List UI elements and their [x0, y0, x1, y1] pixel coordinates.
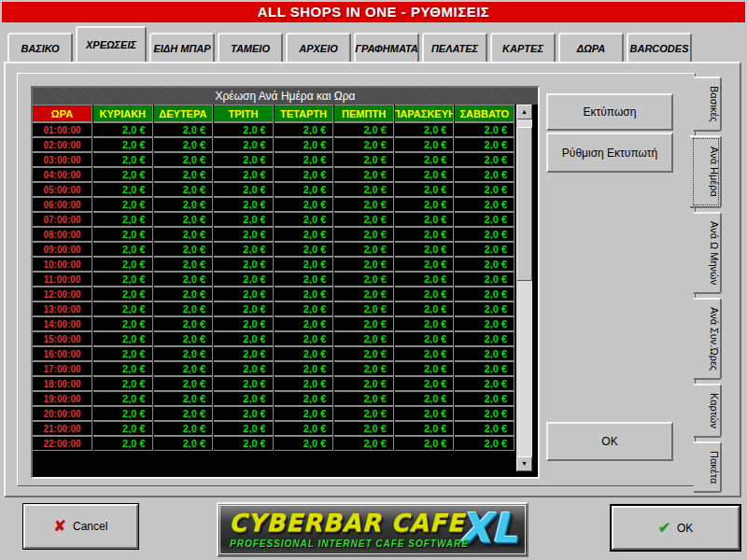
- charge-cell[interactable]: 2,0 €: [455, 182, 514, 197]
- ok-button[interactable]: ✔ OK: [612, 506, 740, 550]
- charge-cell[interactable]: 2,0 €: [334, 436, 394, 451]
- tab-barcodes[interactable]: BARCODES: [627, 33, 692, 62]
- charge-cell[interactable]: 2,0 €: [275, 361, 334, 376]
- charge-cell[interactable]: 2,0 €: [334, 376, 394, 391]
- tab-καρτες[interactable]: ΚΑΡΤΕΣ: [490, 33, 556, 62]
- charge-cell[interactable]: 2,0 €: [93, 182, 153, 197]
- charge-cell[interactable]: 2,0 €: [395, 436, 455, 451]
- charge-cell[interactable]: 2,0 €: [455, 152, 514, 167]
- print-button[interactable]: Εκτύπωση: [546, 93, 673, 131]
- charge-cell[interactable]: 2,0 €: [154, 421, 214, 436]
- charge-cell[interactable]: 2,0 €: [93, 167, 153, 182]
- charge-cell[interactable]: 2,0 €: [93, 137, 153, 152]
- charge-cell[interactable]: 2,0 €: [154, 376, 214, 391]
- charge-cell[interactable]: 2,0 €: [214, 242, 274, 257]
- charge-cell[interactable]: 2,0 €: [214, 137, 274, 152]
- side-tab-ανά ημέρα[interactable]: Ανά Ημέρα: [690, 135, 722, 208]
- charge-cell[interactable]: 2,0 €: [455, 257, 514, 272]
- charge-cell[interactable]: 2,0 €: [93, 122, 153, 137]
- tab-ταμειο[interactable]: ΤΑΜΕΙΟ: [218, 33, 283, 62]
- charge-cell[interactable]: 2,0 €: [154, 361, 214, 376]
- charge-cell[interactable]: 2,0 €: [93, 227, 153, 242]
- charge-cell[interactable]: 2,0 €: [154, 406, 214, 421]
- charge-cell[interactable]: 2,0 €: [275, 122, 334, 137]
- charge-cell[interactable]: 2,0 €: [93, 316, 153, 331]
- charge-cell[interactable]: 2,0 €: [154, 212, 214, 227]
- charge-cell[interactable]: 2,0 €: [214, 316, 274, 331]
- charge-cell[interactable]: 2,0 €: [395, 391, 455, 406]
- charge-cell[interactable]: 2,0 €: [275, 242, 334, 257]
- charge-cell[interactable]: 2,0 €: [455, 391, 514, 406]
- charge-cell[interactable]: 2,0 €: [214, 152, 274, 167]
- side-tab-ανά ω μηνών[interactable]: Ανά Ω Μηνών: [694, 212, 722, 294]
- charge-cell[interactable]: 2,0 €: [93, 436, 153, 451]
- charge-cell[interactable]: 2,0 €: [93, 257, 153, 272]
- charge-cell[interactable]: 2,0 €: [154, 301, 214, 316]
- charge-cell[interactable]: 2,0 €: [214, 361, 274, 376]
- charge-cell[interactable]: 2,0 €: [154, 287, 214, 301]
- charge-cell[interactable]: 2,0 €: [334, 212, 394, 227]
- charge-cell[interactable]: 2,0 €: [214, 376, 274, 391]
- charge-cell[interactable]: 2,0 €: [455, 227, 514, 242]
- charge-cell[interactable]: 2,0 €: [455, 122, 514, 137]
- charge-cell[interactable]: 2,0 €: [154, 227, 214, 242]
- charge-cell[interactable]: 2,0 €: [154, 436, 214, 451]
- charge-cell[interactable]: 2,0 €: [93, 301, 153, 316]
- charge-cell[interactable]: 2,0 €: [93, 391, 153, 406]
- tab-χρεωσεις[interactable]: ΧΡΕΩΣΕΙΣ: [76, 26, 147, 62]
- tab-βασικο[interactable]: ΒΑΣΙΚΟ: [7, 33, 73, 62]
- charge-cell[interactable]: 2,0 €: [214, 227, 274, 242]
- charge-cell[interactable]: 2,0 €: [275, 197, 334, 212]
- charge-cell[interactable]: 2,0 €: [93, 346, 153, 361]
- printer-setup-button[interactable]: Ρύθμιση Εκτυπωτή: [546, 133, 673, 173]
- tab-πελατες[interactable]: ΠΕΛΑΤΕΣ: [422, 33, 487, 62]
- charge-cell[interactable]: 2,0 €: [455, 421, 514, 436]
- charge-cell[interactable]: 2,0 €: [214, 346, 274, 361]
- charge-cell[interactable]: 2,0 €: [334, 361, 394, 376]
- charge-cell[interactable]: 2,0 €: [275, 272, 334, 287]
- charge-cell[interactable]: 2,0 €: [334, 137, 394, 152]
- charge-cell[interactable]: 2,0 €: [455, 346, 514, 361]
- scroll-down-button[interactable]: ▼: [516, 456, 532, 471]
- charge-cell[interactable]: 2,0 €: [334, 227, 394, 242]
- charge-cell[interactable]: 2,0 €: [275, 346, 334, 361]
- charge-cell[interactable]: 2,0 €: [395, 212, 455, 227]
- charge-cell[interactable]: 2,0 €: [154, 391, 214, 406]
- charge-cell[interactable]: 2,0 €: [93, 212, 153, 227]
- charge-cell[interactable]: 2,0 €: [93, 272, 153, 287]
- charge-cell[interactable]: 2,0 €: [154, 242, 214, 257]
- charge-cell[interactable]: 2,0 €: [275, 316, 334, 331]
- charge-cell[interactable]: 2,0 €: [395, 122, 455, 137]
- charge-cell[interactable]: 2,0 €: [93, 331, 153, 346]
- charge-cell[interactable]: 2,0 €: [334, 301, 394, 316]
- charge-cell[interactable]: 2,0 €: [275, 301, 334, 316]
- charge-cell[interactable]: 2,0 €: [214, 197, 274, 212]
- charge-cell[interactable]: 2,0 €: [395, 287, 455, 301]
- scroll-up-button[interactable]: ▲: [516, 105, 532, 119]
- charge-cell[interactable]: 2,0 €: [455, 436, 514, 451]
- charge-cell[interactable]: 2,0 €: [455, 197, 514, 212]
- cancel-button[interactable]: ✘ Cancel: [23, 504, 138, 549]
- scroll-thumb[interactable]: [516, 127, 532, 281]
- charge-cell[interactable]: 2,0 €: [334, 316, 394, 331]
- charge-cell[interactable]: 2,0 €: [154, 182, 214, 197]
- charge-cell[interactable]: 2,0 €: [455, 406, 514, 421]
- charge-cell[interactable]: 2,0 €: [275, 406, 334, 421]
- charge-cell[interactable]: 2,0 €: [455, 287, 514, 301]
- charge-cell[interactable]: 2,0 €: [334, 421, 394, 436]
- charge-cell[interactable]: 2,0 €: [395, 227, 455, 242]
- charge-cell[interactable]: 2,0 €: [275, 391, 334, 406]
- ok-side-button[interactable]: OK: [546, 422, 673, 461]
- charge-cell[interactable]: 2,0 €: [275, 257, 334, 272]
- charge-cell[interactable]: 2,0 €: [275, 376, 334, 391]
- charge-cell[interactable]: 2,0 €: [395, 376, 455, 391]
- charge-cell[interactable]: 2,0 €: [395, 346, 455, 361]
- charge-cell[interactable]: 2,0 €: [275, 137, 334, 152]
- tab-δωρα[interactable]: ΔΩΡΑ: [558, 33, 624, 62]
- charge-cell[interactable]: 2,0 €: [395, 406, 455, 421]
- charge-cell[interactable]: 2,0 €: [334, 242, 394, 257]
- charge-cell[interactable]: 2,0 €: [455, 331, 514, 346]
- charge-cell[interactable]: 2,0 €: [275, 152, 334, 167]
- charge-cell[interactable]: 2,0 €: [275, 421, 334, 436]
- charge-cell[interactable]: 2,0 €: [275, 436, 334, 451]
